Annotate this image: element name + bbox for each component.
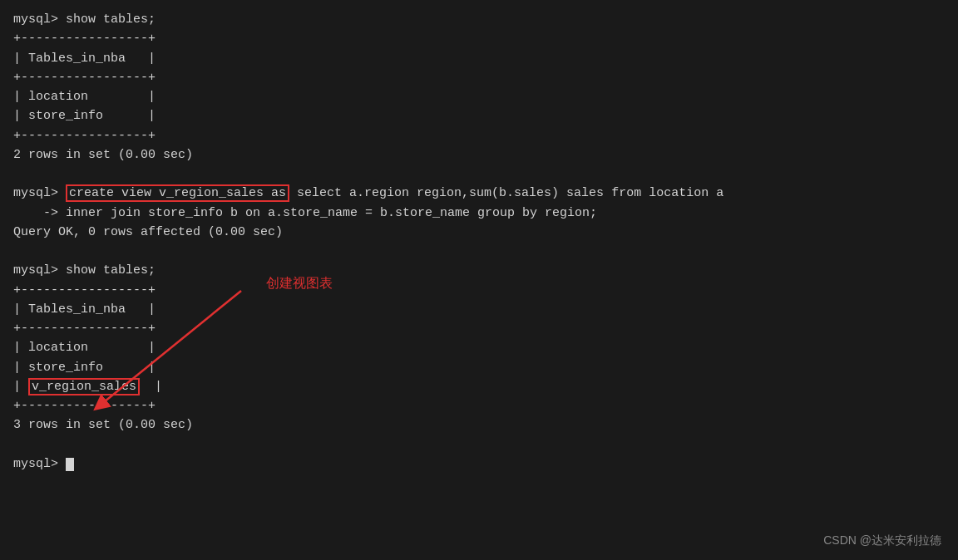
line-prefix: |: [13, 380, 28, 394]
cursor-blink: [66, 458, 74, 471]
v-region-sales-boxed: v_region_sales: [28, 378, 140, 395]
line-rows-2: 3 rows in set (0.00 sec): [13, 415, 945, 435]
line-create-view: mysql> create view v_region_sales as sel…: [13, 184, 945, 203]
line-prompt-end: mysql>: [13, 454, 945, 474]
line-border-2: +-----------------+: [13, 68, 945, 87]
line-border-5: +-----------------+: [13, 319, 945, 338]
line-rows-1: 2 rows in set (0.00 sec): [13, 145, 945, 165]
line-empty-1: [13, 165, 945, 184]
annotation-label: 创建视图表: [266, 274, 333, 295]
line-empty-2: [13, 242, 945, 261]
line-inner-join: -> inner join store_info b on a.store_na…: [13, 204, 945, 223]
create-view-rest: select a.region region,sum(b.sales) sale…: [289, 186, 723, 200]
line-border-1: +-----------------+: [13, 29, 945, 48]
create-view-boxed: create view v_region_sales as: [66, 184, 289, 202]
line-suffix: |: [140, 380, 162, 394]
line-show-tables-1: mysql> show tables;: [13, 10, 945, 29]
terminal: mysql> show tables; +-----------------+ …: [0, 0, 958, 560]
line-border-3: +-----------------+: [13, 126, 945, 145]
line-location-2: | location |: [13, 338, 945, 357]
line-header-1: | Tables_in_nba |: [13, 49, 945, 68]
line-location-1: | location |: [13, 87, 945, 106]
line-query-ok: Query OK, 0 rows affected (0.00 sec): [13, 223, 945, 242]
prompt-create: mysql>: [13, 186, 66, 200]
line-v-region-sales: | v_region_sales |: [13, 377, 945, 396]
line-store-info-1: | store_info |: [13, 106, 945, 125]
line-empty-3: [13, 435, 945, 454]
line-border-6: +-----------------+: [13, 396, 945, 415]
line-header-2: | Tables_in_nba |: [13, 300, 945, 319]
line-show-tables-2: mysql> show tables;: [13, 261, 945, 280]
csdn-watermark: CSDN @达米安利拉德: [823, 532, 941, 550]
line-store-info-2: | store_info |: [13, 358, 945, 377]
line-border-4: +-----------------+: [13, 281, 945, 300]
